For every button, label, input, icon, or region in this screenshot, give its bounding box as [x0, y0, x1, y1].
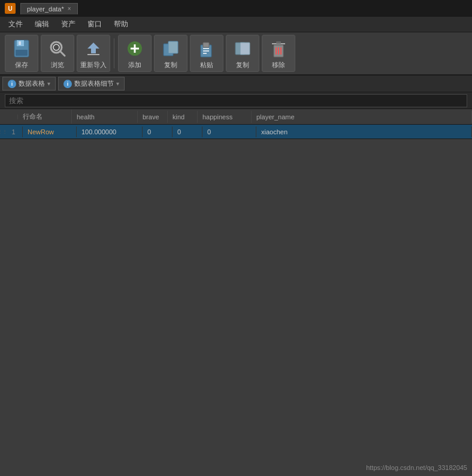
copy-label: 复制	[164, 61, 177, 70]
data-table-section: 行命名 health brave kind happiness player_n…	[0, 109, 472, 476]
remove-button[interactable]: 移除	[262, 35, 295, 72]
paste-label: 粘贴	[200, 61, 213, 70]
watermark: https://blog.csdn.net/qq_33182045	[366, 464, 467, 471]
title-tab[interactable]: player_data* ×	[20, 3, 78, 14]
copy-button[interactable]: 复制	[154, 35, 187, 72]
svg-rect-21	[276, 41, 281, 44]
tab-close-icon[interactable]: ×	[68, 5, 71, 12]
td-num: 1	[5, 126, 23, 137]
tab-data-table-label: 数据表格	[19, 79, 45, 88]
svg-rect-2	[16, 50, 28, 56]
menu-item-帮助[interactable]: 帮助	[108, 17, 134, 31]
td-name: NewRow	[23, 126, 77, 137]
reimport-button[interactable]: 重新导入	[77, 35, 110, 72]
tab-data-detail-label: 数据表格细节	[74, 79, 114, 88]
td-kind: 0	[173, 126, 202, 137]
table-row[interactable]: ⋮⋮ 1 NewRow 100.000000 0 0 0 xiaochen	[0, 125, 472, 139]
toolbar: 保存 浏览 重新导入 添加	[0, 32, 472, 76]
td-player-name: xiaochen	[256, 126, 472, 137]
tab-data-detail-icon: i	[63, 80, 72, 88]
th-player-name: player_name	[252, 111, 472, 123]
menu-item-资产[interactable]: 资产	[55, 17, 81, 31]
toolbar-sep-1	[114, 38, 114, 68]
title-bar: U player_data* ×	[0, 0, 472, 17]
svg-rect-13	[203, 43, 209, 47]
table-header: 行命名 health brave kind happiness player_n…	[0, 109, 472, 125]
add-button[interactable]: 添加	[118, 35, 152, 72]
paste-button[interactable]: 粘贴	[190, 35, 223, 72]
tab-data-table-arrow: ▾	[47, 80, 50, 87]
th-brave: brave	[138, 111, 168, 123]
tab-data-table-icon: i	[8, 80, 16, 88]
search-bar	[0, 92, 472, 109]
add-icon	[124, 38, 146, 59]
remove-label: 移除	[272, 61, 285, 70]
save-label: 保存	[15, 61, 28, 70]
copy-icon	[160, 38, 181, 59]
menu-bar: const menuData = JSON.parse(document.get…	[0, 17, 472, 32]
menu-item-编辑[interactable]: 编辑	[29, 17, 55, 31]
browse-button[interactable]: 浏览	[41, 35, 74, 72]
main-content: i 数据表格 ▾ i 数据表格细节 ▾ 行命名 health brave	[0, 76, 472, 476]
save-button[interactable]: 保存	[5, 35, 38, 72]
svg-line-5	[60, 51, 65, 56]
tab-bar: i 数据表格 ▾ i 数据表格细节 ▾	[0, 76, 472, 92]
th-name: 行命名	[18, 110, 72, 123]
menu-item-文件[interactable]: 文件	[2, 17, 29, 31]
duplicate-icon	[232, 38, 253, 59]
td-happiness: 0	[202, 126, 256, 137]
duplicate-button[interactable]: 复制	[226, 35, 259, 72]
menu-item-窗口[interactable]: 窗口	[81, 17, 108, 31]
reimport-label: 重新导入	[80, 61, 107, 70]
svg-rect-3	[19, 41, 21, 45]
tab-data-detail[interactable]: i 数据表格细节 ▾	[58, 77, 125, 91]
svg-rect-11	[168, 41, 178, 53]
paste-icon	[196, 38, 217, 59]
search-input[interactable]	[5, 94, 467, 107]
svg-point-6	[53, 44, 59, 50]
th-kind: kind	[168, 111, 198, 123]
th-num	[0, 115, 18, 119]
duplicate-label: 复制	[236, 61, 249, 70]
tab-data-detail-arrow: ▾	[116, 80, 119, 87]
browse-icon	[47, 38, 68, 59]
td-health: 100.000000	[77, 126, 143, 137]
svg-rect-18	[240, 43, 250, 55]
drag-handle: ⋮⋮	[0, 125, 5, 139]
save-icon	[11, 38, 32, 59]
tab-data-table[interactable]: i 数据表格 ▾	[2, 77, 56, 91]
th-happiness: happiness	[198, 111, 252, 123]
browse-label: 浏览	[51, 61, 64, 70]
td-brave: 0	[143, 126, 173, 137]
app-icon: U	[5, 3, 16, 14]
remove-icon	[268, 38, 289, 59]
th-health: health	[72, 111, 138, 123]
reimport-icon	[83, 38, 104, 59]
tab-label: player_data*	[27, 5, 64, 13]
add-label: 添加	[128, 61, 141, 70]
